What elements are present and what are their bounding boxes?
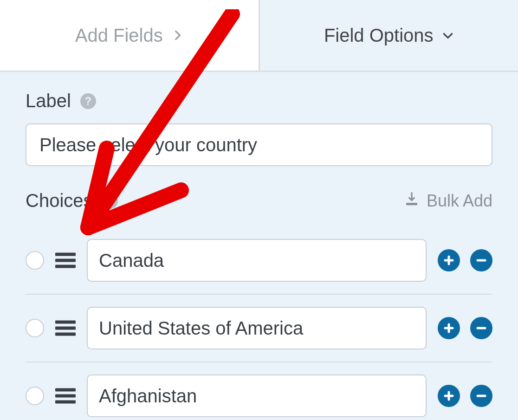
remove-choice-button[interactable] — [470, 385, 492, 407]
tab-add-fields-label: Add Fields — [75, 25, 163, 46]
label-section-header: Label ? — [26, 90, 492, 111]
bulk-add-label: Bulk Add — [427, 191, 492, 211]
svg-rect-0 — [406, 203, 417, 205]
label-input[interactable] — [26, 123, 492, 166]
help-icon[interactable]: ? — [102, 193, 118, 209]
drag-handle-icon[interactable] — [55, 252, 76, 269]
drag-handle-icon[interactable] — [55, 387, 76, 405]
choice-row — [26, 362, 492, 420]
bulk-add-button[interactable]: Bulk Add — [404, 191, 492, 211]
choice-input[interactable] — [87, 307, 427, 349]
drag-handle-icon[interactable] — [55, 319, 76, 337]
choices-header: Choices ? Bulk Add — [26, 190, 492, 211]
add-choice-button[interactable] — [438, 385, 460, 407]
chevron-right-icon — [171, 29, 183, 41]
tab-add-fields[interactable]: Add Fields — [0, 0, 260, 71]
add-choice-button[interactable] — [438, 317, 460, 339]
choice-input[interactable] — [87, 239, 427, 282]
tab-bar: Add Fields Field Options — [0, 0, 518, 72]
choices-title: Choices — [26, 190, 93, 211]
tab-field-options[interactable]: Field Options — [260, 0, 518, 71]
tab-field-options-label: Field Options — [324, 25, 434, 46]
help-icon[interactable]: ? — [80, 93, 96, 109]
choice-input[interactable] — [87, 375, 427, 417]
label-title: Label — [26, 90, 71, 111]
chevron-down-icon — [442, 29, 454, 41]
choice-default-radio[interactable] — [26, 319, 44, 337]
add-choice-button[interactable] — [438, 249, 460, 271]
remove-choice-button[interactable] — [470, 249, 492, 271]
remove-choice-button[interactable] — [470, 317, 492, 339]
download-icon — [404, 191, 419, 211]
choice-default-radio[interactable] — [26, 387, 44, 405]
choice-row — [26, 227, 492, 295]
choice-default-radio[interactable] — [26, 251, 44, 270]
choices-list — [26, 227, 492, 420]
field-options-panel: Label ? Choices ? Bulk Add — [0, 72, 518, 420]
choice-row — [26, 295, 492, 362]
